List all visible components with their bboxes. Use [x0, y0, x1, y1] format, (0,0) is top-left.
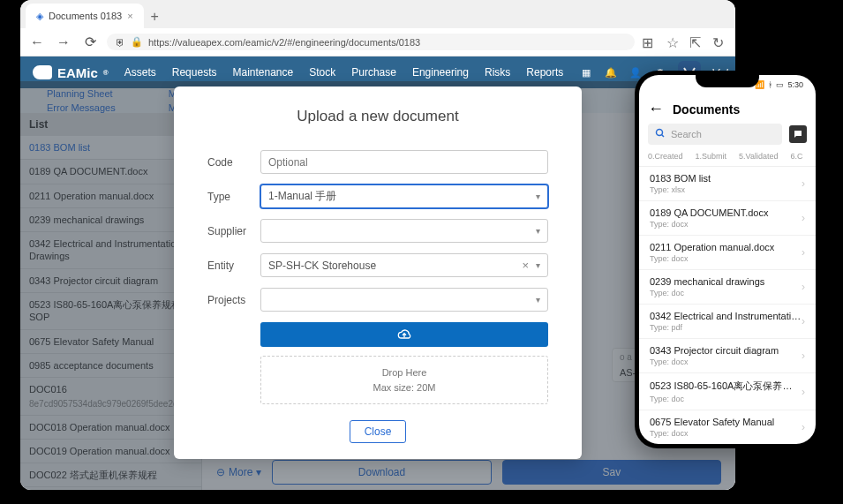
item-title: 0183 BOM list: [650, 173, 802, 184]
type-select[interactable]: 1-Manual 手册 ▾: [260, 184, 548, 208]
app-logo[interactable]: EAMic ®: [33, 65, 109, 80]
chevron-right-icon: ›: [802, 177, 805, 190]
search-placeholder: Search: [671, 129, 702, 139]
nav-purchase[interactable]: Purchase: [351, 66, 396, 79]
form-row-code: Code: [207, 150, 548, 174]
label-projects: Projects: [207, 294, 260, 306]
forward-button[interactable]: →: [54, 33, 73, 52]
label-supplier: Supplier: [207, 225, 260, 237]
mobile-screen: 📶 ᚼ ▭ 5:30 ← Documents Search 0.Created …: [639, 75, 816, 444]
bell-icon[interactable]: 🔔: [604, 65, 618, 79]
url-text: https://valueapex.com/eamic/v2/#/enginee…: [148, 37, 420, 48]
grid-icon[interactable]: ▦: [579, 65, 593, 79]
close-button[interactable]: Close: [350, 420, 407, 443]
list-item[interactable]: 0675 Elevator Safety Manual Type: docx ›: [639, 410, 816, 444]
list-item[interactable]: 0183 BOM list Type: xlsx ›: [639, 167, 816, 201]
item-title: 0211 Operation manual.docx: [650, 242, 802, 252]
new-tab-button[interactable]: +: [144, 5, 166, 28]
item-title: 0523 IS80-65-160A离心泵保养规程 SOP: [650, 380, 802, 393]
form-row-supplier: Supplier ▾: [207, 219, 548, 243]
back-button[interactable]: ←: [648, 100, 664, 118]
back-button[interactable]: ←: [27, 33, 47, 52]
item-title: 0343 Projector circuit diagram: [650, 345, 802, 356]
search-input[interactable]: Search: [648, 124, 782, 145]
tab-title: Documents 0183: [49, 11, 122, 21]
label-type: Type: [207, 191, 260, 203]
message-button[interactable]: [789, 125, 807, 143]
nav-requests[interactable]: Requests: [172, 66, 217, 79]
drop-zone[interactable]: Drop Here Max size: 20M: [260, 356, 548, 404]
mobile-tab[interactable]: 5.Validated: [739, 152, 778, 166]
app-brand-text: EAMic: [57, 65, 98, 80]
form-row-type: Type 1-Manual 手册 ▾: [207, 184, 548, 208]
mobile-search-row: Search: [639, 124, 816, 152]
mobile-tab[interactable]: 6.C: [790, 152, 802, 166]
list-item[interactable]: 0342 Electrical and Instrumentation Dra.…: [639, 305, 816, 339]
chevron-right-icon: ›: [802, 212, 805, 224]
mobile-device: 📶 ᚼ ▭ 5:30 ← Documents Search 0.Created …: [635, 71, 820, 448]
reg-mark: ®: [103, 69, 109, 77]
clear-entity-icon[interactable]: ×: [522, 259, 529, 272]
list-item[interactable]: 0343 Projector circuit diagram Type: doc…: [639, 339, 816, 373]
chevron-down-icon: ▾: [536, 226, 540, 236]
type-value: 1-Manual 手册: [268, 189, 336, 204]
cloud-logo-icon: [33, 65, 52, 79]
upload-modal: Upload a new document Code Type 1-Manual…: [174, 87, 582, 459]
chevron-right-icon: ›: [802, 386, 805, 398]
nav-assets[interactable]: Assets: [124, 66, 156, 79]
mobile-list[interactable]: 0183 BOM list Type: xlsx › 0189 QA DOCUM…: [639, 167, 816, 444]
list-item[interactable]: 0189 QA DOCUMENT.docx Type: docx ›: [639, 201, 816, 236]
chevron-down-icon: ▾: [536, 295, 540, 305]
mobile-tab[interactable]: 1.Submit: [696, 152, 727, 166]
list-item[interactable]: 0523 IS80-65-160A离心泵保养规程 SOP Type: doc ›: [639, 373, 816, 410]
url-right-icons: ⊞ ☆: [642, 34, 682, 50]
mobile-title: Documents: [673, 102, 740, 117]
item-title: 0342 Electrical and Instrumentation Dra.…: [650, 311, 802, 321]
url-input[interactable]: ⛨ 🔒 https://valueapex.com/eamic/v2/#/eng…: [107, 34, 635, 50]
item-type: Type: doc: [650, 395, 802, 403]
chevron-right-icon: ›: [802, 315, 805, 327]
item-title: 0675 Elevator Safety Manual: [650, 417, 802, 427]
modal-title: Upload a new document: [207, 108, 548, 125]
list-item[interactable]: 0211 Operation manual.docx Type: docx ›: [639, 236, 816, 270]
list-item[interactable]: 0239 mechanical drawings Type: doc ›: [639, 270, 816, 305]
extension-icon[interactable]: ⇱: [689, 34, 705, 50]
entity-value: SP-SH-CK Storehouse: [268, 260, 376, 272]
sync-icon[interactable]: ↻: [712, 34, 728, 50]
url-bar: ← → ⟳ ⛨ 🔒 https://valueapex.com/eamic/v2…: [20, 28, 735, 56]
qr-icon[interactable]: ⊞: [642, 34, 658, 50]
item-type: Type: xlsx: [650, 185, 802, 194]
desktop-browser-window: ◈ Documents 0183 × + ← → ⟳ ⛨ 🔒 https://v…: [20, 0, 735, 490]
item-type: Type: pdf: [650, 323, 802, 332]
mobile-tab[interactable]: 0.Created: [648, 152, 683, 166]
reload-button[interactable]: ⟳: [80, 33, 100, 52]
tab-close-icon[interactable]: ×: [127, 11, 132, 21]
item-title: 0189 QA DOCUMENT.docx: [650, 207, 802, 218]
entity-select[interactable]: SP-SH-CK Storehouse × ▾: [260, 253, 548, 277]
bluetooth-icon: ᚼ: [768, 80, 772, 89]
nav-maintenance[interactable]: Maintenance: [232, 66, 293, 79]
lock-icon: 🔒: [131, 36, 143, 48]
supplier-select[interactable]: ▾: [260, 219, 548, 243]
nav-risks[interactable]: Risks: [485, 66, 510, 79]
chevron-right-icon: ›: [802, 421, 805, 433]
close-label: Close: [365, 425, 392, 438]
code-input[interactable]: [260, 150, 548, 174]
browser-tab[interactable]: ◈ Documents 0183 ×: [26, 4, 144, 28]
projects-select[interactable]: ▾: [260, 288, 548, 312]
nav-stock[interactable]: Stock: [309, 66, 335, 79]
chevron-down-icon: ▾: [536, 260, 540, 270]
nav-reports[interactable]: Reports: [526, 66, 563, 79]
nav-engineering[interactable]: Engineering: [412, 66, 469, 79]
browser-tabs: ◈ Documents 0183 × +: [20, 0, 735, 28]
label-code: Code: [207, 156, 260, 169]
tab-favicon-icon: ◈: [36, 11, 43, 22]
shield-icon: ⛨: [116, 37, 125, 48]
chevron-right-icon: ›: [802, 281, 805, 293]
star-icon[interactable]: ☆: [666, 34, 682, 50]
upload-button[interactable]: [260, 322, 548, 347]
mobile-tabs: 0.Created 1.Submit 5.Validated 6.C: [639, 152, 816, 167]
mobile-notch: [696, 75, 759, 87]
chevron-down-icon: ▾: [536, 192, 540, 201]
svg-line-1: [662, 135, 665, 138]
